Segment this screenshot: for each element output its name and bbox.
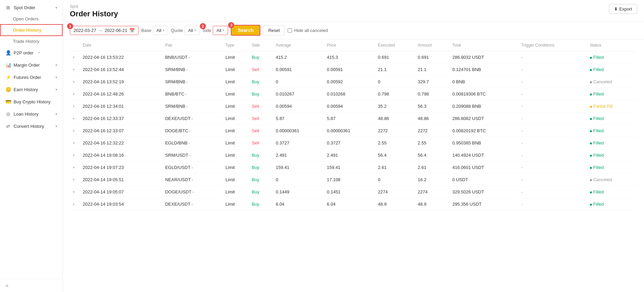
row-expand-btn[interactable]: + [70, 149, 80, 161]
row-expand-btn[interactable]: + [70, 137, 80, 149]
cell-pair[interactable]: SRM/USDT [162, 149, 223, 161]
row-expand-btn[interactable]: + [70, 125, 80, 137]
cell-date: 2022-04-16 13:52:44 [80, 64, 162, 76]
sidebar-item-loan-history[interactable]: ◎ Loan History ▾ [0, 108, 63, 120]
cell-price: 0.00000361 [324, 125, 375, 137]
cell-pair[interactable]: DOGE/BTC [162, 125, 223, 137]
row-expand-btn[interactable]: + [70, 64, 80, 76]
cell-executed: 0 [375, 174, 415, 186]
hide-canceled-label[interactable]: Hide all canceled [288, 28, 328, 33]
cell-price: 0.3727 [324, 137, 375, 149]
cell-pair[interactable]: NEAR/USDT [162, 174, 223, 186]
row-expand-btn[interactable]: + [70, 100, 80, 113]
cell-type: Limit [223, 186, 249, 198]
table-row: + 2022-04-16 12:34:01 SRM/BNB Limit Sell… [70, 100, 637, 113]
row-expand-btn[interactable]: + [70, 174, 80, 186]
table-row: + 2022-04-14 19:07:23 EGLD/USDT Limit Bu… [70, 161, 637, 174]
cell-date: 2022-04-14 19:07:23 [80, 161, 162, 174]
cell-pair[interactable]: DOGE/USDT [162, 186, 223, 198]
cell-side: Sell [249, 137, 273, 149]
cell-pair[interactable]: DEXE/USDT [162, 198, 223, 210]
status-dot [590, 179, 592, 181]
sidebar-item-buy-crypto-history[interactable]: 💳 Buy Crypto History [0, 96, 63, 108]
row-expand-btn[interactable]: + [70, 186, 80, 198]
calendar-icon[interactable]: 📅 [129, 28, 135, 33]
cell-average: 0.00594 [273, 100, 324, 113]
caret-icon: ▾ [223, 29, 224, 32]
cell-amount: 0.798 [415, 88, 450, 100]
cell-type: Limit [223, 64, 249, 76]
cell-total: 295.356 USDT [450, 198, 518, 210]
base-select[interactable]: All ▾ [153, 26, 168, 35]
cell-trigger: - [518, 88, 587, 100]
quote-select[interactable]: All ▾ [184, 26, 200, 35]
cell-pair[interactable]: SRM/BNB [162, 100, 223, 113]
cell-date: 2022-04-16 13:53:22 [80, 51, 162, 64]
cell-pair[interactable]: BNB/BTC [162, 88, 223, 100]
sidebar-item-label: Spot Order [14, 5, 35, 10]
cell-type: Limit [223, 100, 249, 113]
cell-status: Filled [587, 88, 637, 100]
export-button[interactable]: ⬇ Export [609, 4, 637, 14]
col-average: Average [273, 39, 324, 51]
cell-price: 0.00592 [324, 76, 375, 88]
cell-price: 2.491 [324, 149, 375, 161]
search-button[interactable]: Search [231, 25, 260, 36]
cell-pair[interactable]: SRM/BNB [162, 76, 223, 88]
row-expand-btn[interactable]: + [70, 161, 80, 174]
sidebar-item-p2p-order[interactable]: 👤 P2P order ↗ [0, 47, 63, 59]
row-expand-btn[interactable]: + [70, 113, 80, 125]
cell-pair[interactable]: BNB/USDT [162, 51, 223, 64]
row-expand-btn[interactable]: + [70, 51, 80, 64]
sidebar-collapse-button[interactable]: « [0, 279, 63, 292]
cell-total: 329.5026 USDT [450, 186, 518, 198]
cell-pair[interactable]: SRM/BNB [162, 64, 223, 76]
caret-icon: ▾ [194, 29, 196, 32]
cell-pair[interactable]: DEXE/USDT [162, 113, 223, 125]
cell-side: Buy [249, 161, 273, 174]
cell-executed: 56.4 [375, 149, 415, 161]
cell-average: 0 [273, 174, 324, 186]
sidebar-item-convert-history[interactable]: ⇄ Convert History ▾ [0, 120, 63, 132]
cell-executed: 35.2 [375, 100, 415, 113]
cell-amount: 2.55 [415, 137, 450, 149]
date-range-picker[interactable]: 2022-03-27 → 2022-06-21 📅 [70, 26, 139, 35]
cell-type: Limit [223, 161, 249, 174]
chevron-icon: ▾ [55, 112, 57, 116]
reset-button[interactable]: Reset [263, 25, 285, 35]
row-expand-btn[interactable]: + [70, 88, 80, 100]
table-header-row: Date Pair Type Side Average Price Execut… [70, 39, 637, 51]
hide-canceled-checkbox[interactable] [288, 28, 292, 33]
side-select[interactable]: All ▾ [213, 26, 228, 35]
cell-side: Buy [249, 76, 273, 88]
cell-executed: 0.691 [375, 51, 415, 64]
table-row: + 2022-04-16 12:48:26 BNB/BTC Limit Buy … [70, 88, 637, 100]
card-icon: 💳 [5, 99, 11, 104]
sidebar-item-trade-history[interactable]: Trade History [0, 36, 63, 47]
sidebar-item-futures-order[interactable]: ⚡ Futures Order ▾ [0, 71, 63, 83]
row-expand-btn[interactable]: + [70, 76, 80, 88]
cell-amount: 2272 [415, 125, 450, 137]
cell-type: Limit [223, 51, 249, 64]
row-expand-btn[interactable]: + [70, 198, 80, 210]
cell-side: Buy [249, 88, 273, 100]
cell-executed: 21.1 [375, 64, 415, 76]
cell-side: Buy [249, 174, 273, 186]
sidebar-item-margin-order[interactable]: 📊 Margin Order ▾ [0, 59, 63, 71]
sidebar-item-order-history[interactable]: Order History [0, 24, 63, 36]
cell-amount: 16.2 [415, 174, 450, 186]
col-executed: Executed [375, 39, 415, 51]
person-icon: 👤 [5, 50, 11, 55]
cell-date: 2022-04-16 12:32:22 [80, 137, 162, 149]
sidebar-item-earn-history[interactable]: 🪙 Earn History ▾ [0, 83, 63, 96]
cell-side: Buy [249, 198, 273, 210]
cell-pair[interactable]: EGLD/USDT [162, 161, 223, 174]
coin-icon: 🪙 [5, 87, 11, 92]
export-icon: ⬇ [614, 6, 618, 12]
bolt-icon: ⚡ [5, 74, 11, 80]
sidebar-item-open-orders[interactable]: Open Orders [0, 14, 63, 24]
cell-total: 0.124701 BNB [450, 64, 518, 76]
sidebar-item-spot-order[interactable]: ⊞ Spot Order ▾ [0, 1, 63, 14]
cell-price: 159.41 [324, 161, 375, 174]
cell-pair[interactable]: EGLD/BNB [162, 137, 223, 149]
